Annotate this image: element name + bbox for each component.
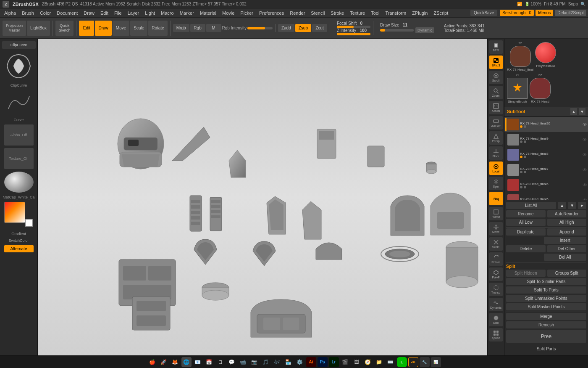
del-other-button[interactable]: Del Other (547, 245, 587, 252)
del-all-button[interactable]: Del All (544, 254, 587, 261)
aahalf-button[interactable]: AAHalf (489, 116, 503, 130)
dock-music[interactable]: 🎵 (261, 357, 271, 367)
dynamic-button[interactable]: Dynamic (415, 27, 434, 33)
subtool-down-button[interactable]: ▼ (579, 108, 585, 115)
dock-illustrator[interactable]: Ai (306, 357, 316, 367)
menu-macro[interactable]: Macro (158, 10, 176, 16)
color-swatch[interactable] (4, 202, 25, 223)
canvas-area[interactable] (38, 39, 487, 355)
thumb-head[interactable]: 22 RX-78 Head_final (507, 41, 533, 71)
split-hidden-button[interactable]: Split Hidden (506, 270, 546, 277)
xpose-button[interactable]: Xpose (489, 328, 503, 342)
arrow-right-button[interactable]: ► (578, 202, 586, 209)
visibility-icon-1[interactable]: 👁 (583, 122, 587, 127)
append-button[interactable]: Append (547, 228, 587, 236)
draw-button[interactable]: Draw (95, 21, 111, 36)
zcut-button[interactable]: Zcut (312, 24, 327, 32)
dock-iphoto[interactable]: 🖼 (352, 357, 362, 367)
dock-calendar[interactable]: 📅 (204, 357, 214, 367)
dock-finder2[interactable]: 📁 (374, 357, 384, 367)
subtool-item-2[interactable]: RX-78 Head_final9 👁 (504, 132, 588, 147)
arrow-down-button[interactable]: ▼ (568, 202, 576, 209)
all-high-button[interactable]: All High (547, 219, 587, 226)
groups-split-button[interactable]: Groups Split (547, 270, 587, 277)
dock-facetime[interactable]: 📹 (238, 357, 248, 367)
delete-button[interactable]: Delete (506, 245, 546, 252)
subtool-item-3[interactable]: RX-78 Head_final8 👁 (504, 147, 588, 162)
sym-button[interactable]: Sym (489, 177, 503, 190)
clip-curve-button[interactable]: ClipCurve (2, 41, 36, 49)
visibility-icon-3[interactable]: 👁 (583, 152, 587, 157)
dock-launchpad[interactable]: 🚀 (159, 357, 169, 367)
polyf-button[interactable]: PolyF (489, 267, 503, 281)
subtool-item-1[interactable]: RX-78 Head_final20 👁 (504, 117, 588, 132)
menu-zplugin[interactable]: ZPlugin (410, 10, 430, 16)
menu-texture[interactable]: Texture (347, 10, 368, 16)
menu-document[interactable]: Document (54, 10, 80, 16)
m-button[interactable]: M (206, 24, 221, 32)
all-low-button[interactable]: All Low (506, 219, 546, 226)
rotate-button[interactable]: Rotate (148, 21, 167, 36)
dock-systemprefs[interactable]: ⚙️ (295, 357, 305, 367)
move-icon-button[interactable]: Move (489, 222, 503, 236)
focal-shift-slider[interactable] (337, 26, 370, 28)
menu-stencil[interactable]: Stencil (308, 10, 327, 16)
menu-color[interactable]: Color (37, 10, 53, 16)
lightbox-button[interactable]: LightBox (27, 21, 50, 36)
menu-marker[interactable]: Marker (177, 10, 197, 16)
dock-quicktime[interactable]: 🎬 (340, 357, 350, 367)
dock-other2[interactable]: 📊 (431, 357, 441, 367)
menu-file[interactable]: File (112, 10, 124, 16)
zadd-button[interactable]: Zadd (278, 24, 294, 32)
menu-picker[interactable]: Picker (238, 10, 256, 16)
menu-edit[interactable]: Edit (98, 10, 111, 16)
bpr-button[interactable]: BPR (489, 40, 503, 54)
search-icon[interactable]: 🔍 (580, 2, 585, 6)
subtool-item-6[interactable]: RX-78 Head_final5 👁 (504, 193, 588, 200)
alternate-button[interactable]: Alternate (4, 245, 34, 252)
rgb-button[interactable]: Rgb (190, 24, 205, 32)
draw-size-slider[interactable] (380, 29, 414, 32)
zoom-button[interactable]: Zoom (489, 86, 503, 99)
local-button[interactable]: Local (489, 161, 503, 175)
dock-finder[interactable]: 🍎 (147, 357, 158, 367)
dock-messages[interactable]: 💬 (227, 357, 237, 367)
split-unmasked-points-button[interactable]: Split Unmasked Points (506, 295, 586, 302)
split-masked-points-button[interactable]: Split Masked Points (506, 303, 586, 310)
merge-button[interactable]: Merge (506, 313, 586, 320)
split-to-similar-parts-button[interactable]: Split To Similar Parts (506, 278, 586, 285)
mrgb-button[interactable]: Mrgb (173, 24, 189, 32)
auto-reorder-button[interactable]: AutoReorder (547, 210, 587, 217)
dock-safari[interactable]: 🧭 (363, 357, 373, 367)
menu-render[interactable]: Render (287, 10, 307, 16)
move-button[interactable]: Move (113, 21, 129, 36)
menu-tool[interactable]: Tool (368, 10, 382, 16)
thumb-simplebrush[interactable]: 22 SimpleBrush (507, 73, 528, 103)
persp-button[interactable]: Persp (489, 131, 503, 145)
duplicate-button[interactable]: Duplicate (506, 228, 546, 236)
menu-draw[interactable]: Draw (81, 10, 97, 16)
visibility-icon-5[interactable]: 👁 (583, 183, 587, 188)
dynamic-icon-button[interactable]: Dynamic (489, 298, 503, 311)
rxyz-button[interactable]: Rxyz (489, 192, 503, 205)
projection-master-button[interactable]: ProjectionMaster (3, 21, 26, 36)
subtool-item-5[interactable]: RX-78 Head_final6 👁 (504, 177, 588, 193)
menu-material[interactable]: Material (197, 10, 219, 16)
list-all-button[interactable]: List All (506, 202, 556, 209)
dock-lightroom[interactable]: Lr (329, 357, 339, 367)
floor-button[interactable]: Floor (489, 146, 503, 160)
dock-chrome[interactable]: 🌐 (181, 357, 192, 367)
menu-alpha[interactable]: Alpha (2, 10, 18, 16)
spix-button[interactable]: SPix 3 (489, 56, 503, 69)
subtool-up-button[interactable]: ▲ (570, 108, 577, 115)
default2script-button[interactable]: Default2Script (555, 10, 586, 16)
dock-terminal[interactable]: ⌨️ (386, 357, 396, 367)
see-through-button[interactable]: See-through 0 (500, 10, 534, 16)
dock-other1[interactable]: 🔧 (420, 357, 430, 367)
menu-layer[interactable]: Layer (125, 10, 142, 16)
dock-itunes[interactable]: 🎶 (272, 357, 282, 367)
solo-button[interactable]: Solo (489, 313, 503, 326)
menu-preferences[interactable]: Preferences (257, 10, 286, 16)
thumb-rx78-head[interactable]: 22 RX-78 Head (530, 73, 551, 103)
actual-button[interactable]: 1:1 Actual (489, 101, 503, 114)
